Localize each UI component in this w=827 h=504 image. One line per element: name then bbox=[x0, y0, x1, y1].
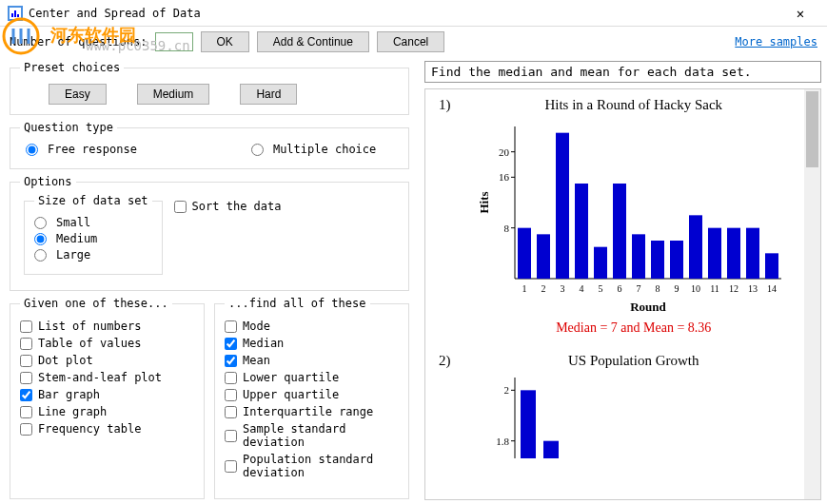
svg-rect-50 bbox=[543, 441, 559, 458]
find-checkbox-2[interactable] bbox=[225, 355, 237, 367]
close-button[interactable]: ✕ bbox=[781, 6, 819, 21]
size-legend: Size of data set bbox=[34, 194, 152, 207]
given-checkbox-2[interactable] bbox=[20, 355, 32, 367]
given-group: Given one of these... List of numbersTab… bbox=[10, 297, 205, 499]
question-type-group: Question type Free response Multiple cho… bbox=[10, 121, 409, 169]
options-legend: Options bbox=[20, 175, 76, 188]
preset-choices-group: Preset choices Easy Medium Hard bbox=[10, 61, 409, 115]
svg-rect-3 bbox=[14, 10, 16, 17]
large-radio[interactable] bbox=[34, 249, 47, 262]
svg-text:Hits: Hits bbox=[477, 191, 491, 213]
preview-pane: 1) Hits in a Round of Hacky Sack 8162012… bbox=[424, 88, 821, 500]
find-checkbox-7[interactable] bbox=[225, 460, 237, 473]
svg-text:14: 14 bbox=[767, 283, 777, 294]
svg-text:10: 10 bbox=[691, 283, 700, 294]
multiple-choice-radio[interactable] bbox=[251, 144, 264, 156]
window-title: Center and Spread of Data bbox=[29, 7, 781, 20]
svg-rect-26 bbox=[632, 234, 645, 279]
find-checkbox-4[interactable] bbox=[225, 389, 237, 401]
svg-rect-14 bbox=[518, 228, 531, 279]
watermark-url: www.pc0359.cn bbox=[86, 38, 190, 53]
more-samples-link[interactable]: More samples bbox=[735, 35, 817, 48]
svg-text:13: 13 bbox=[748, 283, 758, 294]
svg-rect-38 bbox=[746, 228, 759, 279]
svg-text:12: 12 bbox=[729, 283, 738, 294]
free-response-radio[interactable] bbox=[26, 144, 38, 156]
preview-scrollbar[interactable] bbox=[804, 89, 820, 499]
svg-text:2: 2 bbox=[541, 283, 545, 294]
svg-text:5: 5 bbox=[598, 283, 602, 294]
given-checkbox-3[interactable] bbox=[20, 372, 32, 384]
svg-text:1: 1 bbox=[522, 283, 526, 294]
svg-rect-36 bbox=[727, 228, 740, 279]
svg-text:1.8: 1.8 bbox=[496, 436, 509, 447]
given-checkbox-0[interactable] bbox=[20, 320, 32, 333]
svg-rect-18 bbox=[556, 133, 569, 279]
svg-text:Round: Round bbox=[630, 300, 666, 314]
add-continue-button[interactable]: Add & Continue bbox=[257, 31, 369, 52]
q2-chart: 1.82 bbox=[477, 373, 791, 458]
find-checkbox-0[interactable] bbox=[225, 320, 237, 333]
svg-rect-30 bbox=[670, 241, 683, 279]
find-legend: ...find all of these bbox=[225, 297, 370, 310]
preset-legend: Preset choices bbox=[20, 61, 124, 74]
svg-rect-32 bbox=[689, 215, 702, 279]
q2-number: 2) bbox=[439, 353, 451, 458]
easy-button[interactable]: Easy bbox=[49, 84, 107, 105]
svg-text:11: 11 bbox=[710, 283, 719, 294]
q1-chart: 816201234567891011121314RoundHits bbox=[477, 117, 791, 317]
svg-text:8: 8 bbox=[655, 283, 660, 294]
size-group: Size of data set Small Medium Large bbox=[24, 194, 163, 275]
svg-text:16: 16 bbox=[499, 171, 510, 183]
find-checkbox-5[interactable] bbox=[225, 406, 237, 418]
svg-rect-2 bbox=[11, 13, 13, 17]
given-checkbox-6[interactable] bbox=[20, 423, 32, 436]
q1-answer: Median = 7 and Mean = 8.36 bbox=[461, 320, 808, 336]
svg-text:4: 4 bbox=[579, 283, 583, 294]
svg-text:6: 6 bbox=[617, 283, 621, 294]
small-radio[interactable] bbox=[34, 217, 47, 229]
svg-rect-22 bbox=[594, 247, 607, 279]
hard-button[interactable]: Hard bbox=[240, 84, 297, 105]
svg-text:3: 3 bbox=[560, 283, 564, 294]
svg-rect-16 bbox=[537, 234, 550, 279]
svg-text:2: 2 bbox=[503, 384, 509, 396]
given-checkbox-4[interactable] bbox=[20, 389, 32, 401]
given-checkbox-5[interactable] bbox=[20, 406, 32, 418]
medium-radio[interactable] bbox=[34, 233, 47, 245]
q2-title: US Population Growth bbox=[461, 353, 808, 369]
svg-rect-49 bbox=[521, 390, 536, 458]
prompt-text: Find the median and mean for each data s… bbox=[424, 61, 821, 83]
find-checkbox-3[interactable] bbox=[225, 372, 237, 384]
given-legend: Given one of these... bbox=[20, 297, 172, 310]
q1-title: Hits in a Round of Hacky Sack bbox=[461, 97, 808, 113]
given-checkbox-1[interactable] bbox=[20, 338, 32, 350]
svg-rect-24 bbox=[613, 184, 626, 279]
svg-rect-40 bbox=[765, 253, 778, 279]
svg-rect-28 bbox=[651, 241, 664, 279]
svg-text:7: 7 bbox=[636, 283, 640, 294]
sort-checkbox[interactable] bbox=[174, 201, 187, 213]
qtype-legend: Question type bbox=[20, 121, 117, 134]
find-group: ...find all of these ModeMedianMeanLower… bbox=[214, 297, 409, 499]
medium-button[interactable]: Medium bbox=[137, 84, 210, 105]
find-checkbox-1[interactable] bbox=[225, 338, 237, 350]
svg-text:8: 8 bbox=[503, 223, 509, 234]
find-checkbox-6[interactable] bbox=[225, 430, 237, 442]
ok-button[interactable]: OK bbox=[201, 31, 249, 52]
svg-text:20: 20 bbox=[499, 146, 510, 158]
q1-number: 1) bbox=[439, 97, 451, 336]
options-group: Options Size of data set Small Medium La… bbox=[10, 175, 409, 291]
svg-text:9: 9 bbox=[674, 283, 679, 294]
svg-rect-20 bbox=[575, 184, 588, 279]
cancel-button[interactable]: Cancel bbox=[377, 31, 444, 52]
svg-rect-34 bbox=[708, 228, 721, 279]
